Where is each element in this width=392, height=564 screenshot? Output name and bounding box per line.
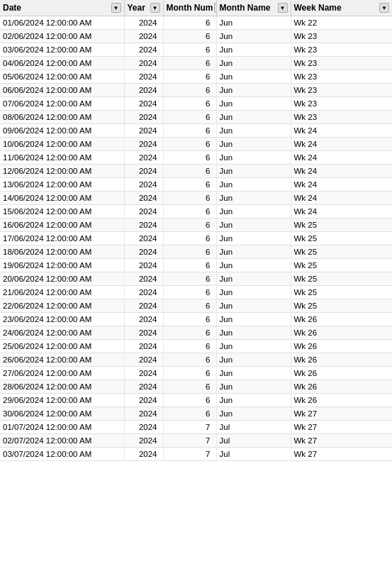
table-cell: 2024 (124, 380, 163, 394)
table-cell: 6 (163, 57, 216, 70)
table-cell: Wk 23 (291, 70, 392, 84)
table-cell: 2024 (124, 30, 163, 43)
table-cell: Jun (216, 272, 291, 286)
table-cell: Wk 24 (291, 192, 392, 205)
table-cell: 6 (163, 97, 216, 111)
table-cell: 2024 (124, 111, 163, 124)
header-month-name-label: Month Name (220, 3, 271, 13)
table-cell: 6 (163, 151, 216, 165)
table-cell: 2024 (124, 394, 163, 407)
table-cell: 6 (163, 259, 216, 272)
table-cell: Wk 25 (291, 286, 392, 299)
table-cell: Jun (216, 340, 291, 353)
table-cell: Jun (216, 313, 291, 326)
sort-month-name-button[interactable]: ▼ (278, 3, 288, 13)
table-row: 05/06/2024 12:00:00 AM20246JunWk 23 (0, 70, 392, 84)
table-row: 14/06/2024 12:00:00 AM20246JunWk 24 (0, 192, 392, 205)
table-cell: Wk 24 (291, 124, 392, 138)
table-cell: 6 (163, 407, 216, 421)
table-cell: 30/06/2024 12:00:00 AM (0, 407, 124, 421)
table-cell: 2024 (124, 421, 163, 434)
table-cell: 2024 (124, 70, 163, 84)
table-row: 19/06/2024 12:00:00 AM20246JunWk 25 (0, 259, 392, 272)
table-cell: Jun (216, 43, 291, 57)
table-row: 30/06/2024 12:00:00 AM20246JunWk 27 (0, 407, 392, 421)
table-cell: 2024 (124, 16, 163, 30)
table-cell: 6 (163, 326, 216, 340)
table-cell: 2024 (124, 299, 163, 313)
table-cell: Jun (216, 111, 291, 124)
sort-date-button[interactable]: ▼ (111, 3, 121, 13)
table-cell: 23/06/2024 12:00:00 AM (0, 313, 124, 326)
table-cell: 25/06/2024 12:00:00 AM (0, 340, 124, 353)
table-cell: 15/06/2024 12:00:00 AM (0, 205, 124, 219)
sort-week-name-button[interactable]: ▼ (379, 3, 389, 13)
table-cell: 19/06/2024 12:00:00 AM (0, 259, 124, 272)
table-cell: 6 (163, 192, 216, 205)
table-cell: Jun (216, 30, 291, 43)
table-row: 13/06/2024 12:00:00 AM20246JunWk 24 (0, 178, 392, 192)
table-cell: Jun (216, 138, 291, 151)
header-date: Date ▼ (0, 0, 124, 16)
table-cell: 6 (163, 313, 216, 326)
table-cell: 24/06/2024 12:00:00 AM (0, 326, 124, 340)
table-cell: 04/06/2024 12:00:00 AM (0, 57, 124, 70)
header-week-name: Week Name ▼ (291, 0, 392, 16)
table-cell: 2024 (124, 326, 163, 340)
table-cell: 2024 (124, 272, 163, 286)
table-cell: Jun (216, 367, 291, 380)
table-cell: 29/06/2024 12:00:00 AM (0, 394, 124, 407)
table-row: 24/06/2024 12:00:00 AM20246JunWk 26 (0, 326, 392, 340)
table-cell: 2024 (124, 151, 163, 165)
table-cell: Jun (216, 394, 291, 407)
header-year: Year ▼ (124, 0, 163, 16)
table-cell: Jun (216, 205, 291, 219)
table-cell: 6 (163, 353, 216, 367)
table-cell: Wk 26 (291, 326, 392, 340)
table-cell: 2024 (124, 434, 163, 448)
table-cell: 6 (163, 205, 216, 219)
table-cell: 2024 (124, 84, 163, 97)
table-cell: 2024 (124, 353, 163, 367)
table-cell: 22/06/2024 12:00:00 AM (0, 299, 124, 313)
table-cell: 2024 (124, 340, 163, 353)
table-cell: Wk 23 (291, 43, 392, 57)
table-cell: 6 (163, 232, 216, 245)
table-cell: 2024 (124, 205, 163, 219)
table-row: 03/07/2024 12:00:00 AM20247JulWk 27 (0, 448, 392, 461)
table-cell: 2024 (124, 43, 163, 57)
table-cell: 2024 (124, 407, 163, 421)
table-cell: Jul (216, 448, 291, 461)
table-cell: 6 (163, 111, 216, 124)
sort-year-button[interactable]: ▼ (150, 3, 160, 13)
table-cell: 7 (163, 421, 216, 434)
table-row: 06/06/2024 12:00:00 AM20246JunWk 23 (0, 84, 392, 97)
table-cell: 6 (163, 84, 216, 97)
table-row: 20/06/2024 12:00:00 AM20246JunWk 25 (0, 272, 392, 286)
table-cell: Wk 26 (291, 380, 392, 394)
table-cell: 2024 (124, 138, 163, 151)
table-cell: 21/06/2024 12:00:00 AM (0, 286, 124, 299)
table-cell: 17/06/2024 12:00:00 AM (0, 232, 124, 245)
table-cell: Jun (216, 353, 291, 367)
table-cell: Jun (216, 245, 291, 259)
data-table: Date ▼ Year ▼ Month Num ▼ (0, 0, 392, 461)
table-cell: 07/06/2024 12:00:00 AM (0, 97, 124, 111)
table-cell: Wk 25 (291, 232, 392, 245)
table-row: 10/06/2024 12:00:00 AM20246JunWk 24 (0, 138, 392, 151)
table-cell: 13/06/2024 12:00:00 AM (0, 178, 124, 192)
table-cell: 02/06/2024 12:00:00 AM (0, 30, 124, 43)
table-cell: 09/06/2024 12:00:00 AM (0, 124, 124, 138)
table-cell: Jul (216, 421, 291, 434)
table-row: 29/06/2024 12:00:00 AM20246JunWk 26 (0, 394, 392, 407)
table-cell: Wk 23 (291, 97, 392, 111)
table-cell: 6 (163, 178, 216, 192)
table-row: 08/06/2024 12:00:00 AM20246JunWk 23 (0, 111, 392, 124)
table-cell: 6 (163, 70, 216, 84)
table-cell: 6 (163, 394, 216, 407)
table-row: 18/06/2024 12:00:00 AM20246JunWk 25 (0, 245, 392, 259)
table-cell: 28/06/2024 12:00:00 AM (0, 380, 124, 394)
table-row: 21/06/2024 12:00:00 AM20246JunWk 25 (0, 286, 392, 299)
table-cell: Wk 26 (291, 340, 392, 353)
table-cell: Wk 26 (291, 367, 392, 380)
